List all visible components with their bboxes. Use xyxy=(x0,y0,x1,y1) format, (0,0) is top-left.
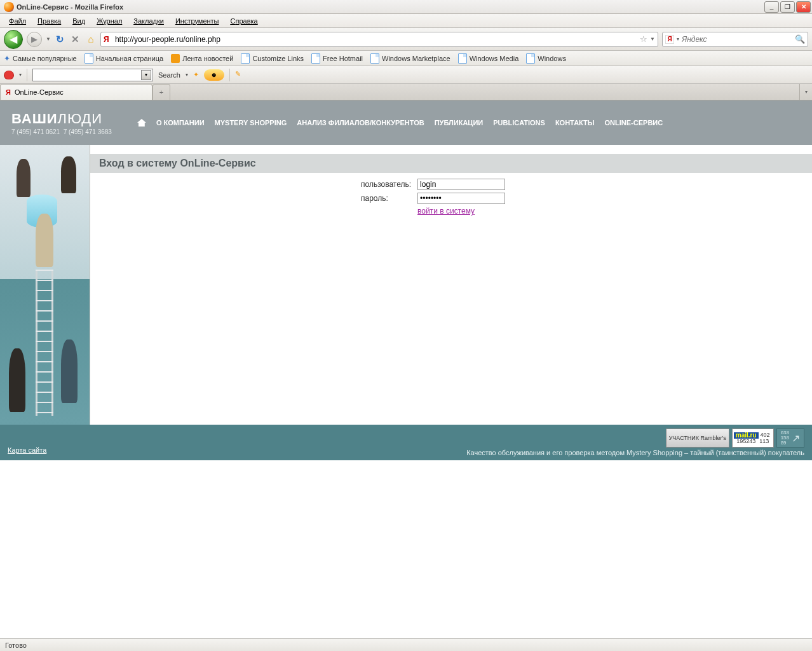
arrow-up-icon: ↗ xyxy=(792,432,800,444)
mailru-badge[interactable]: mail.ru 402 195243 113 xyxy=(732,428,774,448)
nav-mystery[interactable]: MYSTERY SHOPPING xyxy=(215,119,287,127)
bookmark-star-icon[interactable]: ☆ xyxy=(640,34,647,44)
user-label: пользователь: xyxy=(358,178,414,191)
login-submit-link[interactable]: войти в систему xyxy=(417,207,475,216)
pass-label: пароль: xyxy=(358,192,414,205)
menu-view[interactable]: Вид xyxy=(67,16,90,26)
search-box[interactable]: Я ▾ 🔍 xyxy=(662,32,808,47)
star-icon: ✦ xyxy=(4,54,10,63)
separator xyxy=(27,69,27,81)
bookmark-startpage[interactable]: Начальная страница xyxy=(85,53,163,64)
maximize-button[interactable]: ❐ xyxy=(780,1,795,13)
sidebar-illustration xyxy=(0,145,90,425)
footer-tagline: Качество обслуживания и его проверка мет… xyxy=(466,449,804,456)
page-icon xyxy=(458,53,467,64)
reload-button[interactable]: ↻ xyxy=(55,34,66,45)
combo-dropdown-icon[interactable]: ▾ xyxy=(141,70,151,80)
bookmark-news[interactable]: Лента новостей xyxy=(171,54,233,63)
login-form: пользователь: пароль: войти в систему xyxy=(357,177,812,217)
search-engine-icon[interactable]: Я xyxy=(665,35,674,44)
search-go-icon[interactable]: 🔍 xyxy=(795,34,805,44)
liveinternet-badge[interactable]: 638 158 89 ↗ xyxy=(776,428,804,448)
username-input[interactable] xyxy=(417,179,505,190)
highlighter-icon[interactable]: ✎ xyxy=(235,70,245,80)
password-input[interactable] xyxy=(417,193,505,204)
status-text: Готово xyxy=(5,641,27,649)
menu-tools[interactable]: Инструменты xyxy=(170,16,224,26)
addon-search-label: Search xyxy=(158,71,180,79)
home-button[interactable]: ⌂ xyxy=(85,34,97,45)
yandex-favicon-icon: Я xyxy=(104,35,112,44)
page-icon xyxy=(311,53,320,64)
separator xyxy=(229,69,230,81)
new-tab-button[interactable]: + xyxy=(152,84,170,100)
site-logo[interactable]: ВАШИЛЮДИ 7 (495) 471 0621 7 (495) 471 36… xyxy=(11,111,112,135)
history-dropdown-icon[interactable]: ▼ xyxy=(46,36,51,42)
tab-title: OnLine-Сервис xyxy=(15,88,64,96)
nav-analysis[interactable]: АНАЛИЗ ФИЛИАЛОВ/КОНКУРЕНТОВ xyxy=(297,119,424,127)
url-input[interactable] xyxy=(115,35,637,44)
page-title: Вход в систему OnLine-Сервис xyxy=(90,154,812,173)
addon-combo[interactable]: ▾ xyxy=(32,69,153,81)
menu-edit[interactable]: Правка xyxy=(32,16,66,26)
bookmarks-toolbar: ✦Самые популярные Начальная страница Лен… xyxy=(0,51,812,66)
close-button[interactable]: ✕ xyxy=(796,1,811,13)
bookmark-popular[interactable]: ✦Самые популярные xyxy=(4,54,77,63)
bookmark-customize[interactable]: Customize Links xyxy=(241,53,304,64)
ladybug-icon[interactable] xyxy=(4,71,14,79)
menu-history[interactable]: Журнал xyxy=(91,16,127,26)
wand-icon[interactable]: ✦ xyxy=(193,71,199,79)
search-input[interactable] xyxy=(682,35,792,44)
window-titlebar: OnLine-Сервис - Mozilla Firefox _ ❐ ✕ xyxy=(0,0,812,14)
nav-home-icon[interactable] xyxy=(137,119,146,127)
rss-icon xyxy=(171,54,180,63)
menu-bookmarks[interactable]: Закладки xyxy=(128,16,169,26)
tab-strip: Я OnLine-Сервис + ▾ xyxy=(0,84,812,100)
firefox-icon xyxy=(4,2,14,12)
browser-statusbar: Готово xyxy=(0,638,812,651)
search-engine-dropdown-icon[interactable]: ▾ xyxy=(677,36,679,42)
bookmark-media[interactable]: Windows Media xyxy=(458,53,519,64)
page-icon xyxy=(85,53,93,64)
forward-button[interactable]: ▶ xyxy=(27,32,42,47)
nav-online-service[interactable]: ONLINE-СЕРВИС xyxy=(605,119,663,127)
page-icon xyxy=(526,53,535,64)
nav-about[interactable]: О КОМПАНИИ xyxy=(156,119,205,127)
sitemap-link[interactable]: Карта сайта xyxy=(8,446,46,454)
page-icon xyxy=(241,53,250,64)
page-icon xyxy=(370,53,379,64)
search-dropdown-icon[interactable]: ▾ xyxy=(186,72,188,78)
site-nav: О КОМПАНИИ MYSTERY SHOPPING АНАЛИЗ ФИЛИА… xyxy=(137,119,663,127)
main-area: Вход в систему OnLine-Сервис пользовател… xyxy=(90,145,812,425)
url-bar[interactable]: Я ☆ ▼ xyxy=(100,32,658,47)
site-footer: УЧАСТНИК Rambler's mail.ru 402 195243 11… xyxy=(0,425,812,460)
menu-help[interactable]: Справка xyxy=(226,16,263,26)
addon-dropdown-icon[interactable]: ▾ xyxy=(19,72,22,78)
bookmark-windows[interactable]: Windows xyxy=(526,53,566,64)
tab-active[interactable]: Я OnLine-Сервис xyxy=(0,84,152,100)
nav-publications-ru[interactable]: ПУБЛИКАЦИИ xyxy=(435,119,484,127)
list-all-tabs-icon[interactable]: ▾ xyxy=(799,84,812,100)
navigation-toolbar: ◀ ▶ ▼ ↻ ✕ ⌂ Я ☆ ▼ Я ▾ 🔍 xyxy=(0,28,812,51)
addon-toolbar: ▾ ▾ Search ▾ ✦ ☻ ✎ xyxy=(0,66,812,84)
page-content: ВАШИЛЮДИ 7 (495) 471 0621 7 (495) 471 36… xyxy=(0,100,812,460)
menu-bar: Файл Правка Вид Журнал Закладки Инструме… xyxy=(0,14,812,28)
stop-button[interactable]: ✕ xyxy=(70,34,81,45)
site-header: ВАШИЛЮДИ 7 (495) 471 0621 7 (495) 471 36… xyxy=(0,100,812,145)
bookmark-marketplace[interactable]: Windows Marketplace xyxy=(370,53,450,64)
menu-file[interactable]: Файл xyxy=(4,16,31,26)
nav-publications-en[interactable]: PUBLICATIONS xyxy=(493,119,545,127)
rambler-badge[interactable]: УЧАСТНИК Rambler's xyxy=(666,428,729,448)
minimize-button[interactable]: _ xyxy=(764,1,779,13)
window-title: OnLine-Сервис - Mozilla Firefox xyxy=(17,3,764,11)
smiley-icon[interactable]: ☻ xyxy=(204,69,224,81)
url-dropdown-icon[interactable]: ▼ xyxy=(650,36,655,42)
bookmark-hotmail[interactable]: Free Hotmail xyxy=(311,53,363,64)
nav-contacts[interactable]: КОНТАКТЫ xyxy=(555,119,595,127)
tab-favicon-icon: Я xyxy=(6,88,11,96)
back-button[interactable]: ◀ xyxy=(4,30,23,49)
